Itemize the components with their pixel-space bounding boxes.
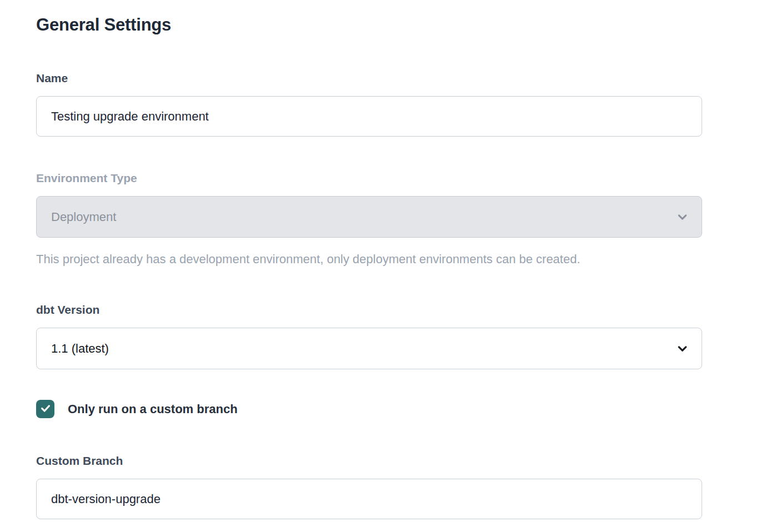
- custom-branch-toggle-row: Only run on a custom branch: [36, 400, 781, 418]
- environment-type-value: Deployment: [51, 210, 116, 224]
- custom-branch-input[interactable]: [36, 479, 702, 519]
- environment-type-select: Deployment: [36, 196, 702, 238]
- dbt-version-label: dbt Version: [36, 304, 702, 315]
- name-input[interactable]: [36, 96, 702, 137]
- chevron-down-icon: [675, 342, 689, 355]
- dbt-version-select[interactable]: 1.1 (latest): [36, 328, 702, 369]
- general-settings-form: General Settings Name Environment Type D…: [0, 0, 781, 519]
- dbt-version-value: 1.1 (latest): [51, 342, 109, 356]
- custom-branch-toggle-label: Only run on a custom branch: [68, 402, 238, 416]
- custom-branch-field-group: Custom Branch: [36, 455, 702, 519]
- chevron-down-icon: [675, 210, 689, 224]
- name-field-group: Name: [36, 72, 702, 137]
- custom-branch-label: Custom Branch: [36, 455, 702, 466]
- environment-type-label: Environment Type: [36, 172, 702, 184]
- page-title: General Settings: [36, 15, 781, 35]
- environment-type-field-group: Environment Type Deployment This project…: [36, 172, 702, 266]
- check-icon: [39, 402, 52, 416]
- environment-type-helper-text: This project already has a development e…: [36, 253, 702, 266]
- name-label: Name: [36, 72, 702, 84]
- custom-branch-checkbox[interactable]: [36, 400, 54, 418]
- dbt-version-field-group: dbt Version 1.1 (latest): [36, 304, 702, 369]
